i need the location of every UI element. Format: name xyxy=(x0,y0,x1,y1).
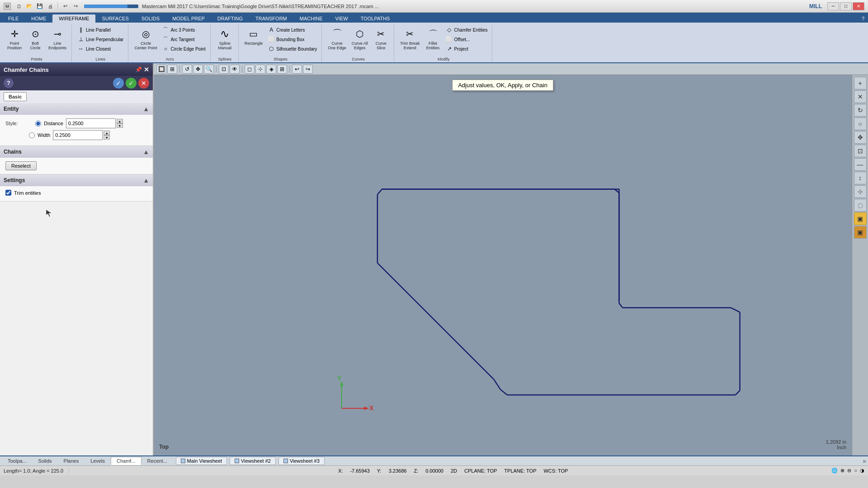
tab-wireframe[interactable]: WIREFRAME xyxy=(52,14,95,23)
rt-line-btn[interactable]: — xyxy=(854,158,867,171)
globe-icon[interactable]: 🌐 xyxy=(831,468,838,474)
distance-spinner[interactable]: ▲ ▼ xyxy=(117,119,123,128)
distance-input[interactable] xyxy=(66,118,116,128)
tab-toolpaths[interactable]: Toolpa... xyxy=(2,457,33,465)
vp-view-btn[interactable]: 👁 xyxy=(230,65,240,74)
rt-fill-btn[interactable]: ▣ xyxy=(854,212,867,225)
tab-surfaces[interactable]: SURFACES xyxy=(95,14,135,23)
vp-btn-1[interactable]: 🔲 xyxy=(156,65,166,74)
line-endpoints-btn[interactable]: ⊸ LineEndpoints xyxy=(46,25,69,52)
display-half-icon[interactable]: ◑ xyxy=(860,468,864,474)
redo-btn[interactable]: ↪ xyxy=(71,2,80,11)
spline-manual-btn[interactable]: ∿ SplineManual xyxy=(215,25,235,52)
vp-btn-2[interactable]: ⊞ xyxy=(167,65,177,74)
display-circle-icon[interactable]: ○ xyxy=(854,468,857,474)
line-parallel-btn[interactable]: ∥ Line Parallel xyxy=(75,25,125,34)
tab-solids[interactable]: SOLIDS xyxy=(135,14,166,23)
width-radio[interactable] xyxy=(29,132,35,138)
close-btn[interactable]: ✕ xyxy=(853,2,864,10)
width-spinner[interactable]: ▲ ▼ xyxy=(104,131,110,140)
create-letters-btn[interactable]: A Create Letters xyxy=(266,25,319,34)
open-btn[interactable]: 📂 xyxy=(25,2,34,11)
viewport[interactable]: Adjust values, OK, Apply, or Chain xyxy=(154,75,852,455)
zoom-out-icon[interactable]: ⊖ xyxy=(847,468,851,474)
rt-point-btn[interactable]: ⊹ xyxy=(854,185,867,198)
new-btn[interactable]: 🗋 xyxy=(14,2,24,11)
tab-levels[interactable]: Levels xyxy=(85,457,111,465)
curve-all-edges-btn[interactable]: ⬡ Curve AllEdges xyxy=(349,25,370,52)
minimize-btn[interactable]: ─ xyxy=(827,2,839,10)
ok-btn[interactable]: ✓ xyxy=(113,78,124,89)
tab-file[interactable]: FILE xyxy=(2,14,25,23)
tab-chamf[interactable]: Chamf... xyxy=(111,457,142,465)
sheet-main[interactable]: Main Viewsheet xyxy=(176,457,227,465)
save-btn[interactable]: 💾 xyxy=(35,2,44,11)
cancel-btn[interactable]: ✕ xyxy=(138,78,149,89)
bolt-circle-btn[interactable]: ⊙ BoltCircle xyxy=(25,25,45,52)
tab-drafting[interactable]: DRAFTING xyxy=(211,14,249,23)
line-closest-btn[interactable]: ↔ Line Closest xyxy=(75,44,125,53)
vp-point-btn[interactable]: ⊹ xyxy=(255,65,265,74)
chamfer-entities-btn[interactable]: ◇ Chamfer Entities xyxy=(444,25,490,34)
curve-slice-btn[interactable]: ✂ CurveSlice xyxy=(371,25,391,52)
arc3points-btn[interactable]: ⌒ Arc 3 Points xyxy=(160,25,207,34)
vp-pan-btn[interactable]: ✥ xyxy=(193,65,203,74)
bounding-box-btn[interactable]: ⬜ Bounding Box xyxy=(266,35,319,44)
rt-pan-btn[interactable]: ✥ xyxy=(854,131,867,144)
vp-fit-btn[interactable]: ⊡ xyxy=(219,65,229,74)
undo-btn[interactable]: ↩ xyxy=(61,2,70,11)
offset-btn[interactable]: ⬜ Offset... xyxy=(444,35,490,44)
width-input[interactable] xyxy=(53,130,103,140)
vp-rotate-btn[interactable]: ↺ xyxy=(182,65,192,74)
arc-tangent-btn[interactable]: ⌒ Arc Tangent xyxy=(160,35,207,44)
fillet-entities-btn[interactable]: ⌒ FilletEntities xyxy=(423,25,443,52)
project-btn[interactable]: ↗ Project xyxy=(444,44,490,53)
point-position-btn[interactable]: ✛ PointPosition xyxy=(5,25,24,52)
width-up-btn[interactable]: ▲ xyxy=(104,131,110,135)
basic-nav-btn[interactable]: Basic xyxy=(4,92,27,101)
rt-circle-btn[interactable]: ○ xyxy=(854,117,867,130)
reselect-btn[interactable]: Reselect xyxy=(5,161,37,170)
maximize-btn[interactable]: □ xyxy=(840,2,852,10)
rt-ellipse-btn[interactable]: ◌ xyxy=(854,199,867,211)
circle-edge-btn[interactable]: ○ Circle Edge Point xyxy=(160,44,207,53)
settings-section-header[interactable]: Settings ▲ xyxy=(0,174,153,186)
vp-undo-btn[interactable]: ↩ xyxy=(292,65,302,74)
tab-solids[interactable]: Solids xyxy=(33,457,58,465)
sheet-2[interactable]: Viewsheet #2 xyxy=(230,457,276,465)
distance-up-btn[interactable]: ▲ xyxy=(117,119,123,123)
tab-machine[interactable]: MACHINE xyxy=(293,14,329,23)
vp-zoom-btn[interactable]: 🔍 xyxy=(204,65,214,74)
silhouette-boundary-btn[interactable]: ⬡ Silhouette Boundary xyxy=(266,44,319,53)
apply-btn[interactable]: ✓ xyxy=(126,78,137,89)
circle-center-btn[interactable]: ◎ CircleCenter Point xyxy=(132,25,159,52)
print-btn[interactable]: 🖨 xyxy=(46,2,55,11)
trim-entities-checkbox[interactable] xyxy=(5,190,11,196)
tab-toolpaths[interactable]: TOOLPATHS xyxy=(354,14,396,23)
entity-section-header[interactable]: Entity ▲ xyxy=(0,103,153,115)
vp-grid-btn[interactable]: ⊞ xyxy=(277,65,287,74)
tab-recent[interactable]: Recent... xyxy=(142,457,173,465)
panel-close-btn[interactable]: ✕ xyxy=(144,66,149,73)
help-btn[interactable]: ? xyxy=(4,78,14,88)
rt-shade-btn[interactable]: ▣ xyxy=(854,226,867,239)
sheet-3[interactable]: Viewsheet #3 xyxy=(278,457,325,465)
trim-break-btn[interactable]: ✂ Trim BreakExtend xyxy=(398,25,422,52)
rectangle-btn[interactable]: ▭ Rectangle xyxy=(242,25,265,47)
line-perpendicular-btn[interactable]: ⊥ Line Perpendicular xyxy=(75,35,125,44)
zoom-in-icon[interactable]: ⊕ xyxy=(840,468,844,474)
rt-rotate-btn[interactable]: ↻ xyxy=(854,104,867,117)
pin-icon[interactable]: 📌 xyxy=(135,66,142,73)
vp-select-btn[interactable]: ◻ xyxy=(245,65,255,74)
chains-section-header[interactable]: Chains ▲ xyxy=(0,146,153,158)
tab-modelprep[interactable]: MODEL PREP xyxy=(166,14,211,23)
rt-cross-btn[interactable]: ✕ xyxy=(854,90,867,103)
rt-arrow-btn[interactable]: ↕ xyxy=(854,172,867,184)
tab-planes[interactable]: Planes xyxy=(58,457,85,465)
width-down-btn[interactable]: ▼ xyxy=(104,135,110,140)
vp-snap-btn[interactable]: ◈ xyxy=(266,65,276,74)
distance-radio[interactable] xyxy=(35,121,41,127)
tab-home[interactable]: HOME xyxy=(25,14,52,23)
tab-view[interactable]: VIEW xyxy=(329,14,354,23)
help-icon[interactable]: ? xyxy=(858,14,868,23)
